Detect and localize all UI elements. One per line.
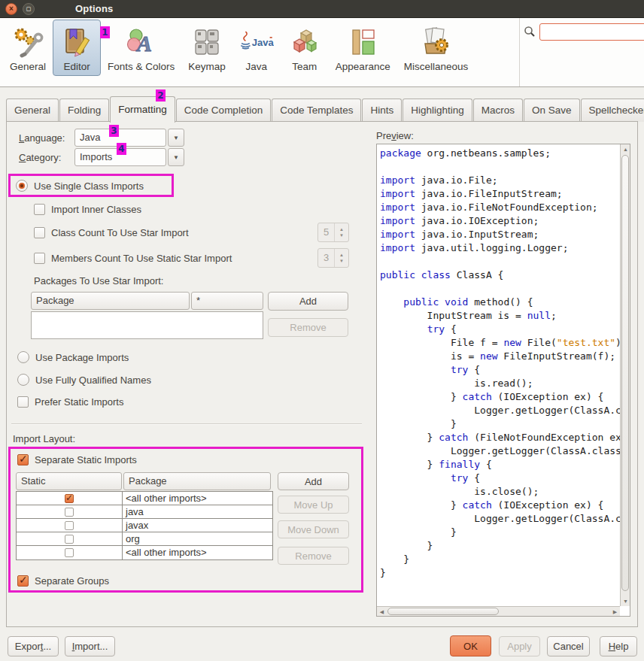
chevron-down-icon[interactable]: ▼	[168, 148, 184, 166]
spinner-down-icon[interactable]: ▼	[339, 258, 344, 264]
layout-row-static-checkbox[interactable]	[65, 521, 74, 530]
horizontal-scrollbar[interactable]: ◀ ▶	[377, 606, 620, 616]
use-single-class-imports-radio[interactable]	[16, 180, 28, 192]
toolbar-item-java[interactable]: JavaJava	[232, 20, 281, 76]
category-combobox[interactable]: Imports ▼ 4	[74, 148, 184, 166]
maximize-icon[interactable]: ▢	[23, 3, 35, 15]
tab-label: Highlighting	[411, 105, 464, 116]
language-combobox[interactable]: Java ▼ 3	[74, 129, 184, 147]
scroll-right-icon[interactable]: ▶	[610, 607, 620, 617]
tab-hints[interactable]: Hints	[362, 99, 402, 122]
layout-row-static-checkbox[interactable]	[65, 548, 74, 557]
layout-move-down-button[interactable]: Move Down	[278, 520, 349, 538]
scroll-left-icon[interactable]: ◀	[377, 607, 387, 617]
horizontal-scroll-thumb[interactable]	[387, 608, 499, 615]
toolbar-item-appearance[interactable]: Appearance	[329, 20, 397, 76]
static-column-header[interactable]: Static	[16, 472, 122, 490]
tab-code-templates[interactable]: Code Templates	[272, 99, 361, 122]
tab-code-completion[interactable]: Code Completion	[176, 99, 271, 122]
package-column-header[interactable]: Package	[31, 292, 190, 310]
tab-label: General	[14, 105, 50, 116]
layout-row-static-checkbox[interactable]	[65, 494, 74, 503]
cancel-button[interactable]: Cancel	[547, 636, 590, 656]
prefer-static-imports-label: Prefer Static Imports	[35, 396, 123, 408]
ok-button[interactable]: OK	[450, 635, 491, 656]
tab-on-save[interactable]: On Save	[524, 99, 580, 122]
tabbar: GeneralFoldingFormatting2Code Completion…	[6, 99, 644, 122]
apply-button[interactable]: Apply	[499, 636, 540, 656]
layout-row-package-cell[interactable]: java	[123, 505, 272, 518]
layout-table-row[interactable]: org	[17, 532, 272, 546]
star-column-header[interactable]: *	[191, 292, 263, 310]
class-count-label: Class Count To Use Star Import	[51, 227, 189, 238]
toolbar-item-fonts-colors[interactable]: AFonts & Colors	[101, 20, 181, 76]
members-count-value: 3	[318, 249, 335, 267]
package-remove-button[interactable]: Remove	[268, 318, 348, 337]
layout-add-button[interactable]: Add	[278, 472, 349, 490]
layout-row-package-cell[interactable]: org	[123, 532, 272, 545]
toolbar-item-keymap[interactable]: Keymap	[181, 20, 232, 76]
toolbar-item-editor[interactable]: Editor1	[53, 20, 101, 76]
spinner-up-icon[interactable]: ▲	[339, 226, 344, 232]
class-count-checkbox[interactable]	[34, 227, 45, 238]
layout-table-row[interactable]: java	[17, 505, 272, 519]
code-line	[380, 160, 620, 174]
import-inner-classes-label: Import Inner Classes	[51, 204, 141, 215]
separate-groups-checkbox[interactable]	[17, 575, 29, 587]
help-button[interactable]: Help	[600, 636, 637, 656]
spinner-down-icon[interactable]: ▼	[339, 232, 344, 238]
java-logo-icon: Java	[239, 25, 274, 59]
members-count-label: Members Count To Use Static Star Import	[51, 253, 232, 264]
scroll-up-icon[interactable]: ▲	[621, 144, 630, 154]
toolbar-item-miscellaneous[interactable]: Miscellaneous	[397, 20, 475, 76]
toolbar-item-label: Fonts & Colors	[108, 61, 175, 72]
code-line: } catch (IOException ex) {	[380, 499, 620, 512]
layout-package-column-header[interactable]: Package	[123, 472, 271, 490]
separate-static-imports-checkbox[interactable]	[17, 454, 29, 465]
layout-table-row[interactable]: <all other imports>	[17, 546, 272, 559]
toolbar-item-general[interactable]: General	[3, 20, 53, 76]
package-add-button[interactable]: Add	[268, 292, 348, 311]
members-count-checkbox[interactable]	[34, 253, 45, 264]
package-table-body[interactable]	[31, 311, 263, 339]
spinner-up-icon[interactable]: ▲	[339, 252, 344, 258]
chevron-down-icon[interactable]: ▼	[168, 129, 184, 147]
layout-row-static-checkbox[interactable]	[65, 535, 74, 544]
toolbar-item-label: Miscellaneous	[404, 61, 469, 72]
layout-row-static-cell	[17, 546, 123, 559]
scroll-down-icon[interactable]: ▼	[621, 596, 630, 606]
tab-highlighting[interactable]: Highlighting	[402, 99, 472, 122]
layout-table-row[interactable]: javax	[17, 519, 272, 532]
members-count-spinner[interactable]: 3 ▲▼	[317, 248, 349, 268]
vertical-scrollbar[interactable]: ▲ ▼	[620, 144, 630, 606]
layout-row-package-cell[interactable]: <all other imports>	[123, 492, 272, 505]
layout-row-package-cell[interactable]: <all other imports>	[123, 546, 272, 559]
class-count-spinner[interactable]: 5 ▲▼	[317, 223, 349, 242]
search-input[interactable]	[539, 23, 644, 41]
export-button[interactable]: Export...	[8, 636, 59, 656]
import-button[interactable]: Import...	[65, 636, 115, 656]
tab-spellchecker[interactable]: Spellchecker	[581, 99, 644, 122]
import-inner-classes-checkbox[interactable]	[34, 204, 45, 215]
code-line: }	[380, 417, 620, 431]
prefer-static-imports-checkbox[interactable]	[17, 396, 29, 408]
gears-wrench-icon	[11, 25, 45, 59]
toolbar-item-team[interactable]: Team	[281, 20, 329, 76]
layout-row-static-cell	[17, 505, 123, 518]
use-package-imports-radio[interactable]	[17, 351, 29, 363]
layout-move-up-button[interactable]: Move Up	[278, 496, 349, 514]
preview-code[interactable]: package org.netbeans.samples; import jav…	[377, 144, 620, 606]
layout-table-row[interactable]: <all other imports>	[17, 492, 272, 505]
use-fully-qualified-radio[interactable]	[17, 374, 29, 386]
vertical-scroll-thumb[interactable]	[621, 155, 629, 591]
tab-macros[interactable]: Macros	[473, 99, 523, 122]
close-icon[interactable]: ×	[5, 3, 17, 15]
tab-formatting[interactable]: Formatting2	[110, 96, 175, 123]
layout-row-package-cell[interactable]: javax	[123, 519, 272, 532]
toolbar-item-label: Java	[246, 61, 268, 72]
layout-row-static-checkbox[interactable]	[65, 508, 74, 517]
tab-general[interactable]: General	[6, 99, 59, 122]
tab-folding[interactable]: Folding	[59, 99, 109, 122]
annotation-badge-2: 2	[156, 89, 166, 102]
layout-remove-button[interactable]: Remove	[278, 547, 349, 565]
